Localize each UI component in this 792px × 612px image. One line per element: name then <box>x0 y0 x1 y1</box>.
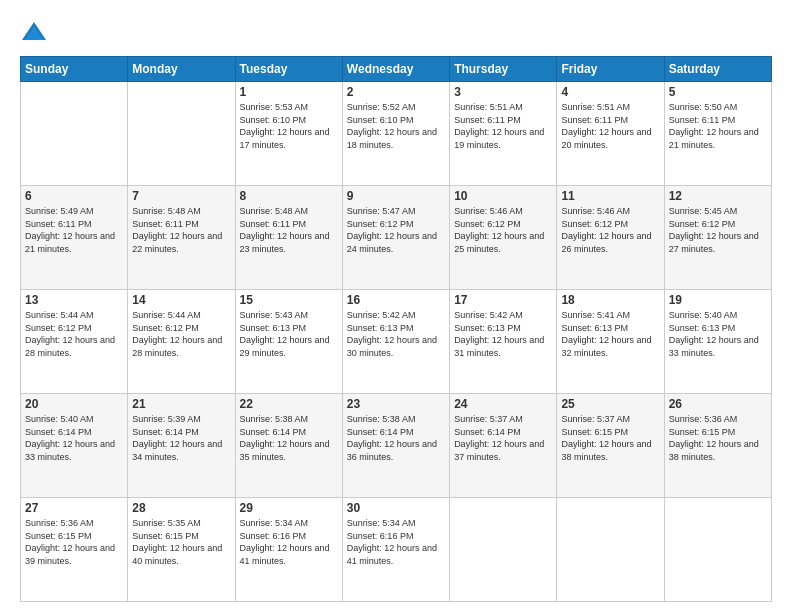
day-info: Sunrise: 5:34 AM Sunset: 6:16 PM Dayligh… <box>347 517 445 567</box>
day-info: Sunrise: 5:41 AM Sunset: 6:13 PM Dayligh… <box>561 309 659 359</box>
day-number: 13 <box>25 293 123 307</box>
calendar-cell: 4Sunrise: 5:51 AM Sunset: 6:11 PM Daylig… <box>557 82 664 186</box>
day-info: Sunrise: 5:48 AM Sunset: 6:11 PM Dayligh… <box>240 205 338 255</box>
calendar-week-3: 13Sunrise: 5:44 AM Sunset: 6:12 PM Dayli… <box>21 290 772 394</box>
day-number: 28 <box>132 501 230 515</box>
calendar-table: SundayMondayTuesdayWednesdayThursdayFrid… <box>20 56 772 602</box>
day-number: 12 <box>669 189 767 203</box>
calendar-header-tuesday: Tuesday <box>235 57 342 82</box>
day-number: 19 <box>669 293 767 307</box>
day-info: Sunrise: 5:40 AM Sunset: 6:14 PM Dayligh… <box>25 413 123 463</box>
day-info: Sunrise: 5:43 AM Sunset: 6:13 PM Dayligh… <box>240 309 338 359</box>
calendar-cell <box>21 82 128 186</box>
day-number: 8 <box>240 189 338 203</box>
calendar-cell: 15Sunrise: 5:43 AM Sunset: 6:13 PM Dayli… <box>235 290 342 394</box>
calendar-cell: 17Sunrise: 5:42 AM Sunset: 6:13 PM Dayli… <box>450 290 557 394</box>
calendar-header-row: SundayMondayTuesdayWednesdayThursdayFrid… <box>21 57 772 82</box>
day-info: Sunrise: 5:44 AM Sunset: 6:12 PM Dayligh… <box>25 309 123 359</box>
day-number: 6 <box>25 189 123 203</box>
calendar-cell: 27Sunrise: 5:36 AM Sunset: 6:15 PM Dayli… <box>21 498 128 602</box>
calendar-cell: 23Sunrise: 5:38 AM Sunset: 6:14 PM Dayli… <box>342 394 449 498</box>
calendar-cell: 2Sunrise: 5:52 AM Sunset: 6:10 PM Daylig… <box>342 82 449 186</box>
calendar-cell: 26Sunrise: 5:36 AM Sunset: 6:15 PM Dayli… <box>664 394 771 498</box>
day-info: Sunrise: 5:47 AM Sunset: 6:12 PM Dayligh… <box>347 205 445 255</box>
day-info: Sunrise: 5:39 AM Sunset: 6:14 PM Dayligh… <box>132 413 230 463</box>
day-info: Sunrise: 5:50 AM Sunset: 6:11 PM Dayligh… <box>669 101 767 151</box>
day-number: 11 <box>561 189 659 203</box>
day-number: 29 <box>240 501 338 515</box>
day-info: Sunrise: 5:46 AM Sunset: 6:12 PM Dayligh… <box>561 205 659 255</box>
calendar-header-thursday: Thursday <box>450 57 557 82</box>
day-info: Sunrise: 5:52 AM Sunset: 6:10 PM Dayligh… <box>347 101 445 151</box>
day-info: Sunrise: 5:51 AM Sunset: 6:11 PM Dayligh… <box>454 101 552 151</box>
day-number: 30 <box>347 501 445 515</box>
day-info: Sunrise: 5:44 AM Sunset: 6:12 PM Dayligh… <box>132 309 230 359</box>
day-number: 16 <box>347 293 445 307</box>
calendar-cell <box>450 498 557 602</box>
calendar-cell: 11Sunrise: 5:46 AM Sunset: 6:12 PM Dayli… <box>557 186 664 290</box>
calendar-week-1: 1Sunrise: 5:53 AM Sunset: 6:10 PM Daylig… <box>21 82 772 186</box>
day-number: 17 <box>454 293 552 307</box>
day-info: Sunrise: 5:37 AM Sunset: 6:14 PM Dayligh… <box>454 413 552 463</box>
calendar-week-5: 27Sunrise: 5:36 AM Sunset: 6:15 PM Dayli… <box>21 498 772 602</box>
calendar-header-wednesday: Wednesday <box>342 57 449 82</box>
day-number: 4 <box>561 85 659 99</box>
calendar-header-monday: Monday <box>128 57 235 82</box>
day-info: Sunrise: 5:36 AM Sunset: 6:15 PM Dayligh… <box>669 413 767 463</box>
header <box>20 18 772 46</box>
day-number: 27 <box>25 501 123 515</box>
calendar-header-sunday: Sunday <box>21 57 128 82</box>
calendar-cell: 5Sunrise: 5:50 AM Sunset: 6:11 PM Daylig… <box>664 82 771 186</box>
calendar-cell: 19Sunrise: 5:40 AM Sunset: 6:13 PM Dayli… <box>664 290 771 394</box>
calendar-header-saturday: Saturday <box>664 57 771 82</box>
day-number: 21 <box>132 397 230 411</box>
day-number: 22 <box>240 397 338 411</box>
day-number: 9 <box>347 189 445 203</box>
day-number: 18 <box>561 293 659 307</box>
day-info: Sunrise: 5:42 AM Sunset: 6:13 PM Dayligh… <box>454 309 552 359</box>
calendar-cell: 14Sunrise: 5:44 AM Sunset: 6:12 PM Dayli… <box>128 290 235 394</box>
calendar-cell: 7Sunrise: 5:48 AM Sunset: 6:11 PM Daylig… <box>128 186 235 290</box>
day-number: 3 <box>454 85 552 99</box>
day-number: 15 <box>240 293 338 307</box>
day-info: Sunrise: 5:38 AM Sunset: 6:14 PM Dayligh… <box>347 413 445 463</box>
day-number: 26 <box>669 397 767 411</box>
logo <box>20 18 52 46</box>
day-number: 1 <box>240 85 338 99</box>
day-number: 14 <box>132 293 230 307</box>
day-number: 25 <box>561 397 659 411</box>
calendar-cell: 6Sunrise: 5:49 AM Sunset: 6:11 PM Daylig… <box>21 186 128 290</box>
day-info: Sunrise: 5:36 AM Sunset: 6:15 PM Dayligh… <box>25 517 123 567</box>
calendar-cell: 9Sunrise: 5:47 AM Sunset: 6:12 PM Daylig… <box>342 186 449 290</box>
day-info: Sunrise: 5:51 AM Sunset: 6:11 PM Dayligh… <box>561 101 659 151</box>
day-number: 5 <box>669 85 767 99</box>
day-info: Sunrise: 5:53 AM Sunset: 6:10 PM Dayligh… <box>240 101 338 151</box>
logo-icon <box>20 18 48 46</box>
day-info: Sunrise: 5:40 AM Sunset: 6:13 PM Dayligh… <box>669 309 767 359</box>
day-info: Sunrise: 5:35 AM Sunset: 6:15 PM Dayligh… <box>132 517 230 567</box>
calendar-cell: 8Sunrise: 5:48 AM Sunset: 6:11 PM Daylig… <box>235 186 342 290</box>
calendar-cell: 25Sunrise: 5:37 AM Sunset: 6:15 PM Dayli… <box>557 394 664 498</box>
calendar-week-4: 20Sunrise: 5:40 AM Sunset: 6:14 PM Dayli… <box>21 394 772 498</box>
calendar-week-2: 6Sunrise: 5:49 AM Sunset: 6:11 PM Daylig… <box>21 186 772 290</box>
page: SundayMondayTuesdayWednesdayThursdayFrid… <box>0 0 792 612</box>
calendar-cell: 24Sunrise: 5:37 AM Sunset: 6:14 PM Dayli… <box>450 394 557 498</box>
calendar-cell <box>557 498 664 602</box>
calendar-cell: 28Sunrise: 5:35 AM Sunset: 6:15 PM Dayli… <box>128 498 235 602</box>
calendar-cell <box>128 82 235 186</box>
calendar-cell: 1Sunrise: 5:53 AM Sunset: 6:10 PM Daylig… <box>235 82 342 186</box>
day-info: Sunrise: 5:42 AM Sunset: 6:13 PM Dayligh… <box>347 309 445 359</box>
calendar-header-friday: Friday <box>557 57 664 82</box>
calendar-cell: 13Sunrise: 5:44 AM Sunset: 6:12 PM Dayli… <box>21 290 128 394</box>
calendar-cell: 30Sunrise: 5:34 AM Sunset: 6:16 PM Dayli… <box>342 498 449 602</box>
day-info: Sunrise: 5:45 AM Sunset: 6:12 PM Dayligh… <box>669 205 767 255</box>
calendar-cell: 22Sunrise: 5:38 AM Sunset: 6:14 PM Dayli… <box>235 394 342 498</box>
day-info: Sunrise: 5:34 AM Sunset: 6:16 PM Dayligh… <box>240 517 338 567</box>
day-info: Sunrise: 5:46 AM Sunset: 6:12 PM Dayligh… <box>454 205 552 255</box>
day-number: 10 <box>454 189 552 203</box>
calendar-cell: 29Sunrise: 5:34 AM Sunset: 6:16 PM Dayli… <box>235 498 342 602</box>
calendar-cell: 10Sunrise: 5:46 AM Sunset: 6:12 PM Dayli… <box>450 186 557 290</box>
day-info: Sunrise: 5:48 AM Sunset: 6:11 PM Dayligh… <box>132 205 230 255</box>
day-number: 23 <box>347 397 445 411</box>
calendar-cell: 16Sunrise: 5:42 AM Sunset: 6:13 PM Dayli… <box>342 290 449 394</box>
